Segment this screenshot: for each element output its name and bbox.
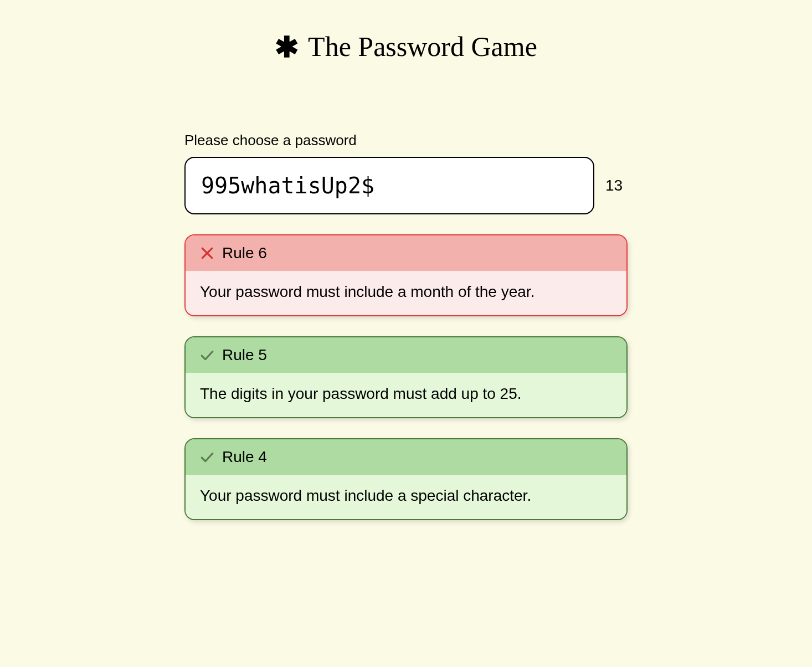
rule-label: Rule 5	[222, 346, 267, 364]
rule-label: Rule 4	[222, 448, 267, 466]
rule-label: Rule 6	[222, 244, 267, 262]
input-row: 995whatisUp2$ 13	[184, 157, 628, 214]
rule-description: Your password must include a month of th…	[186, 271, 626, 315]
character-count: 13	[605, 177, 628, 194]
prompt-label: Please choose a password	[184, 132, 628, 149]
page-title: ✱ The Password Game	[275, 30, 537, 63]
rule-header: Rule 6	[186, 235, 626, 271]
check-icon	[200, 348, 214, 362]
check-icon	[200, 450, 214, 464]
rule-card: Rule 4 Your password must include a spec…	[184, 438, 628, 520]
page-container: ✱ The Password Game Please choose a pass…	[0, 0, 812, 520]
rule-header: Rule 4	[186, 439, 626, 475]
title-text: The Password Game	[308, 30, 537, 63]
rule-header: Rule 5	[186, 337, 626, 373]
rule-description: Your password must include a special cha…	[186, 475, 626, 519]
asterisk-icon: ✱	[275, 33, 299, 62]
rule-description: The digits in your password must add up …	[186, 373, 626, 417]
rule-card: Rule 5 The digits in your password must …	[184, 336, 628, 418]
password-input[interactable]: 995whatisUp2$	[184, 157, 594, 214]
rules-list: Rule 6 Your password must include a mont…	[184, 234, 628, 520]
x-icon	[200, 246, 214, 260]
rule-card: Rule 6 Your password must include a mont…	[184, 234, 628, 316]
content-area: Please choose a password 995whatisUp2$ 1…	[184, 132, 628, 520]
